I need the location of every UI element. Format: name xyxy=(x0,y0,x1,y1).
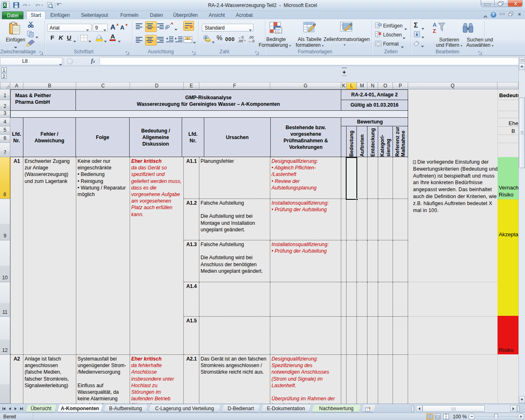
svg-text:Z: Z xyxy=(433,28,436,34)
svg-text:ab: ab xyxy=(165,23,171,30)
svg-text:A: A xyxy=(433,22,437,28)
svg-text:,00: ,00 xyxy=(238,39,243,43)
svg-text:=>: => xyxy=(276,30,280,34)
